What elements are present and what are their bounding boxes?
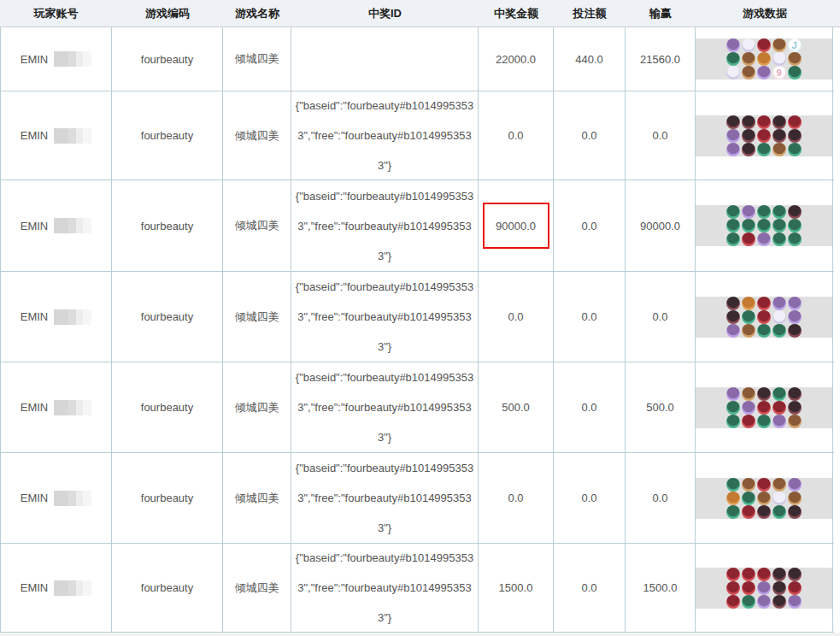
red-beauty-symbol-icon: [742, 415, 755, 428]
win-id-line: {"baseid":"fourbeauty#b1014995353: [296, 91, 473, 121]
green-beauty-symbol-icon: [742, 595, 755, 609]
player-account-text: EMIN: [21, 220, 49, 233]
dark-bird-symbol-icon: [788, 129, 802, 143]
purple-beauty-symbol-icon: [757, 581, 771, 595]
purple-beauty-symbol-icon: [788, 595, 802, 609]
green-beauty-symbol-icon: [772, 219, 786, 233]
orange-chest-symbol-icon: [726, 492, 740, 505]
green-beauty-symbol-icon: [757, 415, 771, 428]
win-id-line: {"baseid":"fourbeauty#b1014995353: [296, 453, 473, 483]
symbol-grid: [726, 115, 802, 156]
win-amount-value: 0.0: [508, 492, 523, 504]
green-beauty-symbol-icon: [742, 310, 755, 324]
table-header: 玩家账号游戏编码游戏名称中奖ID中奖金额投注额输赢游戏数据: [0, 0, 840, 27]
green-beauty-symbol-icon: [726, 52, 740, 66]
green-beauty-symbol-icon: [788, 143, 802, 156]
green-beauty-symbol-icon: [742, 219, 755, 233]
win-id-line: 3","free":"fourbeauty#b1014995353: [297, 573, 472, 603]
brown-beauty-symbol-icon: [772, 38, 786, 52]
brown-beauty-symbol-icon: [742, 478, 755, 492]
redaction-blur: [54, 218, 91, 233]
purple-beauty-symbol-icon: [726, 38, 740, 52]
game-name-cell: 倾城四美: [223, 27, 291, 91]
game-data-cell: [696, 272, 833, 362]
red-beauty-symbol-icon: [757, 297, 771, 310]
dark-bird-symbol-icon: [726, 115, 740, 129]
mirror-symbol-icon: [772, 310, 786, 324]
brown-beauty-symbol-icon: [742, 52, 755, 66]
page-bottom-strip: [0, 633, 840, 636]
green-beauty-symbol-icon: [772, 205, 786, 219]
win-id-line: {"baseid":"fourbeauty#b1014995353: [296, 544, 473, 573]
green-beauty-symbol-icon: [726, 478, 740, 492]
green-beauty-symbol-icon: [757, 143, 771, 156]
green-beauty-symbol-icon: [757, 205, 771, 219]
green-beauty-symbol-icon: [742, 492, 755, 505]
player-account-text: EMIN: [21, 129, 49, 142]
brown-beauty-symbol-icon: [742, 324, 755, 338]
green-beauty-symbol-icon: [788, 66, 802, 80]
game-code-cell: fourbeauty: [112, 453, 223, 543]
column-header-game_name: 游戏名称: [223, 6, 291, 21]
red-beauty-symbol-icon: [726, 581, 740, 595]
player-account-cell: EMIN: [1, 180, 112, 271]
red-beauty-symbol-icon: [757, 401, 771, 415]
red-beauty-symbol-icon: [742, 568, 755, 581]
letter-j-symbol-icon: J: [788, 38, 802, 52]
win-loss-cell: 0.0: [626, 272, 696, 362]
mirror-symbol-icon: [742, 38, 755, 52]
table-body: EMIN fourbeauty 倾城四美 22000.0 440.0 21560…: [0, 27, 834, 633]
player-account: EMIN: [21, 491, 92, 506]
bet-amount-cell: 0.0: [554, 453, 626, 543]
purple-beauty-symbol-icon: [788, 297, 802, 310]
red-beauty-symbol-icon: [757, 478, 771, 492]
dark-bird-symbol-icon: [772, 581, 786, 595]
symbol-grid: [726, 205, 802, 246]
purple-beauty-symbol-icon: [726, 324, 740, 338]
game-records-screen: 玩家账号游戏编码游戏名称中奖ID中奖金额投注额输赢游戏数据 EMIN fourb…: [0, 0, 840, 636]
red-beauty-symbol-icon: [757, 310, 771, 324]
brown-beauty-symbol-icon: [742, 387, 755, 401]
symbol-grid: [726, 297, 802, 338]
green-beauty-symbol-icon: [726, 233, 740, 246]
game-code-cell: fourbeauty: [112, 180, 223, 271]
redaction-blur: [54, 400, 91, 415]
win-amount-cell: 0.0: [479, 272, 554, 362]
brown-beauty-symbol-icon: [742, 66, 755, 80]
game-data-cell: [696, 180, 833, 271]
red-beauty-symbol-icon: [742, 233, 755, 246]
win-id-line: 3"}: [378, 332, 391, 362]
player-account-text: EMIN: [21, 581, 49, 594]
green-beauty-symbol-icon: [726, 505, 740, 519]
win-loss-cell: 0.0: [626, 91, 696, 180]
dark-bird-symbol-icon: [772, 115, 786, 129]
purple-beauty-symbol-icon: [742, 205, 755, 219]
win-loss-cell: 1500.0: [626, 544, 696, 632]
red-beauty-symbol-icon: [788, 115, 802, 129]
dark-bird-symbol-icon: [772, 595, 786, 609]
win-id-line: 3"}: [378, 241, 391, 271]
game-data-image: J9: [696, 38, 832, 80]
symbol-grid: J9: [726, 38, 802, 80]
column-header-win_id: 中奖ID: [291, 6, 479, 21]
player-account: EMIN: [21, 128, 92, 144]
bet-amount-cell: 440.0: [554, 27, 626, 91]
green-beauty-symbol-icon: [757, 324, 771, 338]
redaction-blur: [54, 51, 91, 67]
dark-bird-symbol-icon: [742, 129, 755, 143]
win-id-cell: [291, 27, 479, 91]
win-loss-cell: 21560.0: [626, 27, 696, 91]
win-id-line: {"baseid":"fourbeauty#b1014995353: [296, 272, 473, 302]
player-account-cell: EMIN: [1, 453, 112, 543]
dark-bird-symbol-icon: [788, 505, 802, 519]
purple-beauty-symbol-icon: [726, 387, 740, 401]
win-amount-cell: 500.0: [479, 362, 554, 452]
game-data-image: [696, 297, 832, 338]
win-id-line: 3","free":"fourbeauty#b1014995353: [297, 483, 472, 513]
green-beauty-symbol-icon: [757, 219, 771, 233]
win-amount-value-highlighted: 90000.0: [483, 203, 549, 249]
brown-beauty-symbol-icon: [788, 52, 802, 66]
green-beauty-symbol-icon: [726, 415, 740, 428]
win-id-line: 3"}: [378, 513, 391, 543]
game-data-image: [696, 568, 832, 609]
